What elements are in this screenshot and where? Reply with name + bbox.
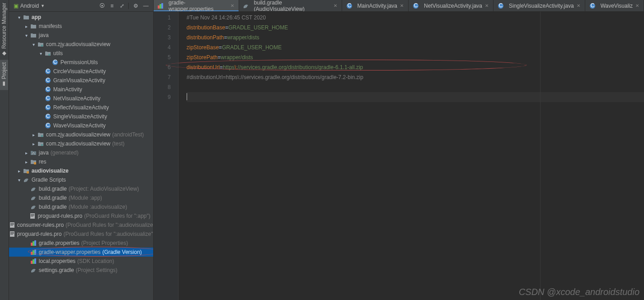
- code-line[interactable]: #distributionUrl=https\://services.gradl…: [187, 72, 644, 82]
- resfolder-icon: [23, 167, 30, 174]
- target-button[interactable]: ⦿: [98, 1, 107, 10]
- svg-rect-28: [10, 224, 14, 225]
- tree-row[interactable]: ▸manifests: [9, 22, 153, 31]
- svg-rect-37: [31, 252, 33, 255]
- tree-arrow-icon[interactable]: ▾: [38, 51, 44, 56]
- editor-tab[interactable]: gradle-wrapper.properties✕: [154, 0, 239, 11]
- minimize-button[interactable]: —: [141, 1, 150, 10]
- close-icon[interactable]: ✕: [577, 3, 580, 8]
- tree-arrow-icon[interactable]: ▸: [24, 24, 30, 29]
- tree-row[interactable]: CWaveVisualizeActivity: [9, 121, 153, 130]
- tree-row[interactable]: ▾java: [9, 31, 153, 40]
- tree-row[interactable]: proguard-rules.pro(ProGuard Rules for ":…: [9, 211, 153, 220]
- gear-icon: ⚙: [133, 3, 138, 9]
- tree-hint: (Module :app): [69, 195, 102, 201]
- editor-lines[interactable]: #Tue Nov 24 14:26:45 CST 2020distributio…: [179, 12, 644, 300]
- project-tree[interactable]: ▾app▸manifests▾java▾com.zjy.audiovisuali…: [9, 12, 153, 300]
- editor-tab[interactable]: CWaveVisualiz✕: [585, 0, 644, 11]
- tree-label: java: [39, 150, 49, 156]
- tree-row[interactable]: consumer-rules.pro(ProGuard Rules for ":…: [9, 220, 153, 230]
- tree-row[interactable]: ▸audiovisualize: [9, 166, 153, 175]
- tree-arrow-icon[interactable]: ▾: [16, 15, 23, 20]
- tool-resource-manager[interactable]: ◆ Resource Manager: [0, 0, 8, 60]
- tree-row[interactable]: ▾com.zjy.audiovisualizeview: [9, 40, 153, 49]
- editor-tab[interactable]: CSingleVisualizeActivity.java✕: [494, 0, 585, 11]
- close-icon[interactable]: ✕: [400, 3, 404, 8]
- tree-row[interactable]: ▸res: [9, 157, 153, 166]
- code-line[interactable]: distributionPath=wrapper/dists: [187, 33, 644, 42]
- close-icon[interactable]: ✕: [230, 3, 234, 8]
- tree-row[interactable]: ▾Gradle Scripts: [9, 175, 153, 184]
- tree-row[interactable]: settings.gradle(Project Settings): [9, 266, 153, 275]
- tree-row[interactable]: CPermissionUtils: [9, 58, 153, 67]
- class-icon: C: [44, 113, 52, 120]
- tree-arrow-icon[interactable]: ▸: [24, 150, 30, 155]
- class-icon: C: [44, 68, 52, 75]
- tree-label: com.zjy.audiovisualizeview: [46, 141, 111, 147]
- tree-hint: (Project Settings): [76, 267, 118, 273]
- expand-button[interactable]: ⤢: [118, 1, 127, 10]
- code-line[interactable]: zipStorePath=wrapper/dists: [187, 52, 644, 62]
- line-number: 4: [154, 42, 178, 52]
- tree-row[interactable]: ▾utils: [9, 49, 153, 58]
- pkg-icon: [44, 50, 52, 57]
- tab-label: SingleVisualizeActivity.java: [509, 3, 574, 9]
- close-icon[interactable]: ✕: [635, 3, 639, 8]
- tree-arrow-icon[interactable]: ▸: [31, 132, 37, 137]
- tree-row[interactable]: CCircleVisualizeActivity: [9, 67, 153, 76]
- svg-text:C: C: [53, 59, 57, 65]
- svg-rect-34: [31, 243, 33, 246]
- tree-row[interactable]: ▾app: [9, 13, 153, 22]
- code-line[interactable]: [187, 82, 644, 92]
- tree-row[interactable]: CMainActivity: [9, 85, 153, 94]
- tree-row[interactable]: ▸com.zjy.audiovisualizeview(androidTest): [9, 130, 153, 139]
- editor-gutter: 123456789: [154, 12, 179, 300]
- tree-arrow-icon[interactable]: ▾: [24, 33, 30, 38]
- tree-row[interactable]: gradle.properties(Project Properties): [9, 239, 153, 248]
- tree-row[interactable]: local.properties(SDK Location): [9, 257, 153, 266]
- tree-row[interactable]: CReflectVisualizeActivity: [9, 103, 153, 112]
- tree-row[interactable]: build.gradle(Module :app): [9, 193, 153, 202]
- tree-label: proguard-rules.pro: [17, 231, 62, 237]
- tree-arrow-icon[interactable]: ▾: [31, 42, 37, 47]
- tree-row[interactable]: proguard-rules.pro(ProGuard Rules for ":…: [9, 230, 153, 239]
- code-line[interactable]: zipStoreBase=GRADLE_USER_HOME: [187, 42, 644, 52]
- settings-button[interactable]: ⚙: [132, 1, 141, 10]
- filter-button[interactable]: ≡: [108, 1, 117, 10]
- project-view-selector[interactable]: ▣ Android ▼: [12, 3, 47, 9]
- close-icon[interactable]: ✕: [334, 3, 337, 8]
- tree-label: com.zjy.audiovisualizeview: [46, 131, 111, 138]
- tree-hint: (androidTest): [112, 131, 144, 138]
- code-line[interactable]: distributionUrl=https\://services.gradle…: [187, 62, 644, 72]
- tree-row[interactable]: CNetVisualizeActivity: [9, 94, 153, 103]
- tree-label: NetVisualizeActivity: [53, 95, 100, 102]
- svg-rect-35: [33, 241, 34, 246]
- code-line[interactable]: distributionBase=GRADLE_USER_HOME: [187, 23, 644, 33]
- code-editor[interactable]: 123456789 #Tue Nov 24 14:26:45 CST 2020d…: [154, 12, 644, 300]
- svg-point-18: [41, 135, 43, 137]
- tree-arrow-icon[interactable]: ▸: [24, 159, 30, 164]
- tree-row[interactable]: ▸java(generated): [9, 148, 153, 157]
- tree-arrow-icon[interactable]: ▸: [16, 169, 23, 173]
- tree-row[interactable]: gradle-wrapper.properties(Gradle Version…: [9, 248, 153, 257]
- close-icon[interactable]: ✕: [485, 3, 489, 8]
- tree-row[interactable]: build.gradle(Module :audiovisualize): [9, 202, 153, 211]
- tree-arrow-icon[interactable]: ▸: [31, 141, 37, 146]
- tool-project[interactable]: ▮ Project: [0, 60, 8, 90]
- editor-tab[interactable]: CNetVisualizeActivity.java✕: [409, 0, 494, 11]
- svg-rect-27: [10, 223, 14, 224]
- tree-row[interactable]: CSingleVisualizeActivity: [9, 112, 153, 121]
- code-line[interactable]: #Tue Nov 24 14:26:45 CST 2020: [187, 13, 644, 23]
- svg-point-0: [41, 45, 43, 47]
- tree-row[interactable]: ▸com.zjy.audiovisualizeview(test): [9, 139, 153, 148]
- txt-icon: [9, 221, 15, 229]
- tree-row[interactable]: build.gradle(Project: AudioVisualizeView…: [9, 184, 153, 193]
- code-line[interactable]: [187, 92, 644, 102]
- tree-row[interactable]: CGrainVisualizeActivity: [9, 76, 153, 85]
- pkg-icon: [37, 131, 44, 138]
- svg-rect-33: [10, 234, 13, 234]
- editor-tab[interactable]: build.gradle (AudioVisualizeView)✕: [239, 0, 342, 11]
- tree-arrow-icon[interactable]: ▾: [16, 178, 23, 183]
- class-icon: C: [44, 86, 52, 93]
- editor-tab[interactable]: CMainActivity.java✕: [342, 0, 409, 11]
